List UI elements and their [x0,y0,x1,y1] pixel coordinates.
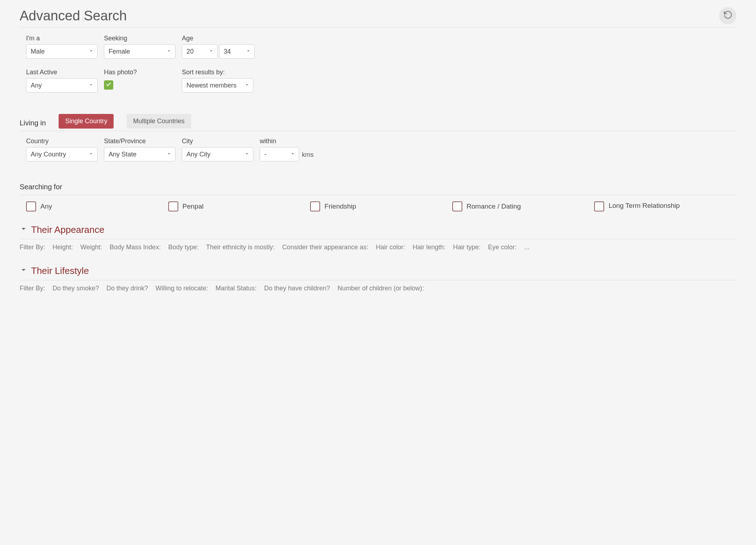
im-a-label: I'm a [26,35,98,42]
seeking-value: Female [109,48,130,55]
caret-down-icon [290,151,295,158]
age-to-select[interactable]: 34 [219,44,255,59]
last-active-select[interactable]: Any [26,78,98,92]
chevron-down-icon [20,225,28,235]
reset-button[interactable] [719,7,736,24]
living-in-label: Living in [20,119,46,131]
im-a-select[interactable]: Male [26,44,98,59]
state-select[interactable]: Any State [104,147,175,161]
caret-down-icon [209,48,214,55]
state-label: State/Province [104,138,175,145]
within-select[interactable]: - [260,147,299,161]
checkbox-friendship-label: Friendship [324,202,356,211]
checkbox-friendship[interactable] [310,201,320,211]
checkbox-longterm-label: Long Term Relationship [608,201,680,210]
city-select[interactable]: Any City [182,147,253,161]
caret-down-icon [166,151,171,158]
age-from-value: 20 [186,48,194,55]
caret-down-icon [89,48,94,55]
checkbox-romance-label: Romance / Dating [467,202,521,211]
tab-multiple-countries[interactable]: Multiple Countries [126,114,191,129]
lifestyle-title: Their Lifestyle [31,265,89,276]
checkbox-romance[interactable] [452,201,462,211]
caret-down-icon [166,48,171,55]
caret-down-icon [244,151,249,158]
caret-down-icon [89,151,94,158]
country-select[interactable]: Any Country [26,147,98,161]
chevron-down-icon [20,266,28,276]
checkbox-penpal-label: Penpal [183,202,204,211]
age-from-select[interactable]: 20 [182,44,218,59]
last-active-value: Any [31,82,42,89]
age-label: Age [182,35,255,42]
caret-down-icon [246,48,251,55]
within-value: - [264,151,267,158]
check-icon [105,81,112,89]
caret-down-icon [89,82,94,89]
lifestyle-filters: Filter By: Do they smoke? Do they drink?… [20,280,736,294]
seeking-select[interactable]: Female [104,44,175,59]
country-value: Any Country [31,151,66,158]
last-active-label: Last Active [26,69,98,76]
state-value: Any State [109,151,136,158]
appearance-filters: Filter By: Height: Weight: Body Mass Ind… [20,239,736,252]
appearance-toggle[interactable]: Their Appearance [20,224,736,235]
searching-for-label: Searching for [20,183,736,195]
country-label: Country [26,138,98,145]
sort-by-select[interactable]: Newest members [182,78,253,92]
has-photo-label: Has photo? [104,69,175,76]
im-a-value: Male [31,48,45,55]
appearance-title: Their Appearance [31,224,104,235]
checkbox-penpal[interactable] [168,201,178,211]
kms-unit: kms [302,151,314,161]
reset-icon [723,10,732,21]
city-label: City [182,138,253,145]
tab-single-country[interactable]: Single Country [59,114,114,129]
checkbox-any-label: Any [40,202,52,211]
has-photo-checkbox[interactable] [104,80,113,90]
within-label: within [260,138,299,145]
seeking-label: Seeking [104,35,175,42]
city-value: Any City [186,151,210,158]
sort-by-label: Sort results by: [182,69,253,76]
sort-by-value: Newest members [186,82,237,89]
checkbox-any[interactable] [26,201,36,211]
lifestyle-toggle[interactable]: Their Lifestyle [20,265,736,276]
checkbox-longterm[interactable] [594,201,604,211]
age-to-value: 34 [224,48,231,55]
page-title: Advanced Search [20,8,127,24]
caret-down-icon [244,82,249,89]
